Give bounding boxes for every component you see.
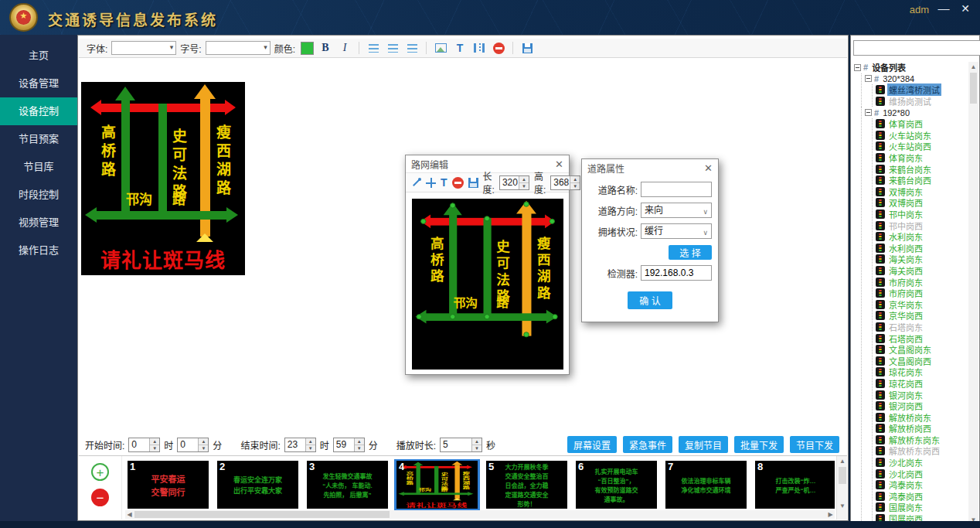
action-button[interactable]: 紧急事件 [623,436,672,453]
device-item[interactable]: 鸿泰岗西 [876,491,967,502]
road-handle[interactable] [484,314,489,319]
sidebar-item-device-control[interactable]: 设备控制 [0,97,77,125]
font-select[interactable] [111,41,176,55]
duration-stepper[interactable]: ▲▼ [440,438,482,452]
road-handle[interactable] [450,314,455,319]
device-item[interactable]: 文昌阁岗西 [876,355,967,366]
size-select[interactable] [206,41,271,55]
device-item[interactable]: 水利岗东 [876,231,967,243]
end-minute-stepper[interactable]: ▲▼ [333,438,365,452]
device-item[interactable]: 解放桥东岗西 [876,445,967,457]
road-handle[interactable] [450,203,455,208]
device-item[interactable]: 京华岗东 [876,298,967,310]
save-tool-icon[interactable] [468,175,478,190]
align-right-icon[interactable] [404,40,420,56]
road-handle[interactable] [420,219,426,224]
scroll-up-icon[interactable]: ▲ [837,456,848,466]
insert-text-icon[interactable]: T [452,40,468,56]
text-tool-icon[interactable]: T [441,175,447,190]
device-item[interactable]: 海关岗西 [876,265,967,277]
remove-program-button[interactable]: − [91,489,109,506]
device-item[interactable]: 螺丝湾桥测试 [876,84,967,96]
delete-icon[interactable] [491,40,506,56]
device-item[interactable]: 文昌阁岗东 [876,344,967,356]
playlist-thumbnail[interactable]: 6扎实开展电动车“百日整治”，有效预防道路交通事故。 [576,461,657,509]
device-item[interactable]: 市府岗西 [876,288,967,299]
collapse-icon[interactable] [865,109,872,116]
device-item[interactable]: 解放桥东岗东 [876,434,967,446]
detector-input[interactable] [641,265,712,281]
close-button[interactable]: ✕ [957,1,974,16]
align-left-icon[interactable] [366,40,381,56]
road-name-input[interactable] [641,182,712,197]
road-handle[interactable] [552,314,557,319]
device-item[interactable]: 市府岗东 [876,276,967,288]
road-handle[interactable] [523,332,529,337]
device-item[interactable]: 京华岗西 [876,310,967,322]
device-item[interactable]: 邗中岗东 [876,209,967,220]
length-stepper[interactable]: ▲▼ [499,175,529,190]
device-search-input[interactable] [853,40,980,56]
end-hour-stepper[interactable]: ▲▼ [284,438,316,452]
vscroll-thumb[interactable] [839,467,846,484]
road-handle[interactable] [523,202,529,207]
road-cross-icon[interactable] [426,175,436,190]
playlist-thumbnail[interactable]: 1平安春运交警同行 [128,461,209,509]
device-item[interactable]: 银河岗西 [876,400,967,412]
device-item[interactable]: 维扬岗测试 [876,96,967,107]
dialog-titlebar[interactable]: 道路属性 ✕ [582,159,718,176]
device-item[interactable]: 石塔岗东 [876,322,967,333]
scroll-up-icon[interactable]: ▲ [968,62,978,72]
road-direction-select[interactable]: 来向 [641,203,712,218]
device-item[interactable]: 邗中岗西 [876,220,967,231]
action-button[interactable]: 节目下发 [790,436,839,453]
device-item[interactable]: 水利岗西 [876,243,967,254]
hscroll-thumb[interactable] [134,511,390,518]
italic-icon[interactable]: I [337,40,352,56]
sidebar-item-operation-log[interactable]: 操作日志 [0,237,77,264]
collapse-icon[interactable] [865,75,872,82]
sidebar-item-program-plan[interactable]: 节目预案 [0,125,77,153]
playlist-thumbnail[interactable]: 8打击改装“炸…严查严处“机… [755,461,835,509]
action-button[interactable]: 复制节目 [679,436,728,453]
device-item[interactable]: 双博岗西 [876,197,967,209]
device-item[interactable]: 鸿泰岗东 [876,479,967,491]
tree-scrollbar[interactable]: ▲ ▼ [968,62,978,525]
device-item[interactable]: 来鹤台岗西 [876,175,967,186]
device-item[interactable]: 解放桥岗东 [876,411,967,423]
add-program-button[interactable]: + [91,463,109,481]
draw-line-icon[interactable] [410,175,421,190]
sidebar-item-time-control[interactable]: 时段控制 [0,181,77,209]
insert-road-icon[interactable] [471,40,487,56]
device-item[interactable]: 沙北岗东 [876,457,967,468]
device-item[interactable]: 火车站岗东 [876,130,967,141]
minimize-button[interactable]: — [935,1,952,16]
device-item[interactable]: 体育岗西 [876,118,967,130]
delete-tool-icon[interactable] [452,175,464,190]
playlist-thumbnail[interactable]: 5大力开展秋冬季交通安全整治百日会战，全力稳定道路交通安全形势！ [486,461,567,509]
insert-image-icon[interactable] [433,40,448,56]
playlist-hscrollbar[interactable]: ◀ ▶ [125,510,835,519]
device-item[interactable]: 来鹤台岗东 [876,163,967,175]
device-item[interactable]: 海关岗东 [876,254,967,265]
collapse-icon[interactable] [854,64,861,71]
close-icon[interactable]: ✕ [555,158,563,170]
sidebar-item-device-manage[interactable]: 设备管理 [0,70,77,97]
scroll-left-icon[interactable]: ◀ [125,510,134,519]
scroll-down-icon[interactable]: ▼ [837,501,848,511]
road-handle[interactable] [484,216,489,221]
confirm-button[interactable]: 确 认 [628,291,672,309]
color-swatch[interactable] [301,42,314,55]
device-item[interactable]: 沙北岗西 [876,468,967,479]
tree-root[interactable]: #设备列表 [854,62,967,73]
tree-group-row[interactable]: #320*384 [865,73,967,85]
device-item[interactable]: 琼花岗东 [876,366,967,378]
playlist-thumbnail[interactable]: 2春运安全连万家出行平安靠大家 [217,461,298,509]
device-item[interactable]: 石塔岗西 [876,332,967,344]
select-button[interactable]: 选 择 [669,245,712,260]
device-item[interactable]: 国展岗东 [876,502,967,513]
start-minute-stepper[interactable]: ▲▼ [177,438,209,452]
device-item[interactable]: 银河岗东 [876,389,967,400]
playlist-vscrollbar[interactable]: ▲ ▼ [836,456,847,519]
sidebar-item-program-library[interactable]: 节目库 [0,153,77,181]
